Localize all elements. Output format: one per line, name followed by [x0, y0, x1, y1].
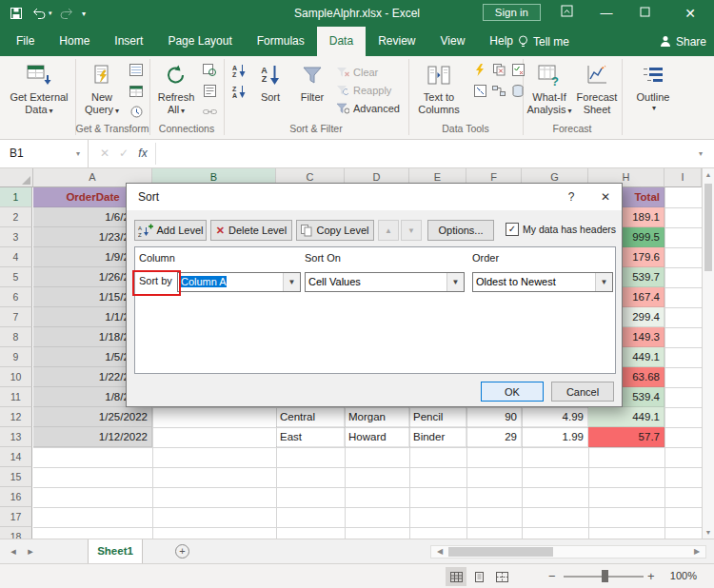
- row-header-1[interactable]: 1: [0, 187, 32, 207]
- horizontal-scrollbar[interactable]: ◀ ▶: [430, 545, 706, 559]
- clear-filter-button[interactable]: Clear: [336, 64, 378, 81]
- tab-review[interactable]: Review: [366, 27, 427, 56]
- row-header-8[interactable]: 8: [0, 327, 32, 347]
- zoom-slider-thumb[interactable]: [602, 570, 608, 582]
- cell-A12[interactable]: 1/25/2022: [33, 407, 152, 427]
- cell-D12[interactable]: Morgan: [345, 407, 409, 427]
- name-box-dropdown-icon[interactable]: ▾: [76, 140, 80, 167]
- row-header-18[interactable]: 18: [0, 527, 32, 539]
- tab-insert[interactable]: Insert: [102, 27, 155, 56]
- row-header-9[interactable]: 9: [0, 347, 32, 367]
- dialog-help-button[interactable]: ?: [559, 187, 584, 206]
- scroll-up-icon[interactable]: ▲: [703, 171, 714, 178]
- scroll-left-icon[interactable]: ◀: [433, 546, 446, 558]
- outline-button[interactable]: Outline▾: [628, 58, 678, 134]
- previous-sheet-icon[interactable]: ◂: [6, 539, 21, 563]
- copy-level-button[interactable]: Copy Level: [296, 220, 374, 241]
- scroll-down-icon[interactable]: ▼: [703, 529, 714, 536]
- delete-level-button[interactable]: ✕ Delete Level: [210, 220, 292, 241]
- what-if-analysis-button[interactable]: ? What-If Analysis▾: [526, 58, 572, 116]
- show-queries-button[interactable]: [127, 61, 146, 79]
- remove-duplicates-button[interactable]: [489, 61, 508, 79]
- cell-H13[interactable]: 57.7: [588, 427, 664, 447]
- cell-F12[interactable]: 90: [466, 407, 522, 427]
- get-external-data-button[interactable]: Get External Data▾: [6, 58, 72, 134]
- chevron-down-icon[interactable]: ▼: [595, 273, 612, 291]
- page-layout-view-button[interactable]: [468, 567, 489, 586]
- row-header-2[interactable]: 2: [0, 207, 32, 227]
- maximize-button[interactable]: [630, 0, 659, 27]
- row-header-6[interactable]: 6: [0, 287, 32, 307]
- zoom-level[interactable]: 100%: [661, 564, 697, 588]
- minimize-button[interactable]: —: [592, 0, 621, 27]
- vertical-scrollbar[interactable]: ▲ ▼: [702, 168, 714, 539]
- connections-button[interactable]: [200, 61, 219, 79]
- scroll-right-icon[interactable]: ▶: [690, 546, 704, 558]
- reapply-button[interactable]: Reapply: [336, 82, 391, 99]
- redo-button[interactable]: [59, 0, 73, 27]
- sort-on-dropdown[interactable]: Cell Values ▼: [305, 272, 465, 292]
- tab-home[interactable]: Home: [47, 27, 102, 56]
- cell-E12[interactable]: Pencil: [409, 407, 466, 427]
- data-validation-button[interactable]: [508, 61, 527, 79]
- tab-page-layout[interactable]: Page Layout: [155, 27, 244, 56]
- insert-function-button[interactable]: fx: [133, 140, 152, 167]
- dialog-close-button[interactable]: ✕: [593, 187, 618, 206]
- relationships-button[interactable]: [489, 82, 508, 100]
- refresh-all-button[interactable]: Refresh All▾: [154, 58, 198, 116]
- formula-bar-expand-icon[interactable]: ▾: [691, 140, 710, 167]
- manage-data-model-button[interactable]: [508, 82, 527, 100]
- properties-button[interactable]: [200, 82, 219, 100]
- cell-C13[interactable]: East: [276, 427, 345, 447]
- row-header-11[interactable]: 11: [0, 387, 32, 407]
- tab-file[interactable]: File: [4, 27, 47, 56]
- confirm-entry-button[interactable]: ✓: [114, 140, 133, 167]
- close-button[interactable]: ✕: [676, 0, 704, 27]
- name-box[interactable]: B1 ▾: [0, 140, 89, 167]
- add-level-button[interactable]: AZ Add Level: [134, 220, 207, 241]
- zoom-out-button[interactable]: −: [548, 564, 556, 588]
- consolidate-button[interactable]: [470, 82, 489, 100]
- sort-descending-button[interactable]: ZA: [229, 83, 248, 101]
- tell-me-box[interactable]: Tell me: [518, 27, 569, 56]
- tab-formulas[interactable]: Formulas: [245, 27, 317, 56]
- sort-ascending-button[interactable]: AZ: [229, 62, 248, 80]
- horizontal-scrollbar-thumb[interactable]: [448, 547, 553, 557]
- from-table-button[interactable]: [127, 82, 146, 100]
- tab-view[interactable]: View: [428, 27, 478, 56]
- cell-A13[interactable]: 1/12/2022: [33, 427, 152, 447]
- cell-F13[interactable]: 29: [466, 427, 522, 447]
- row-header-5[interactable]: 5: [0, 267, 32, 287]
- ok-button[interactable]: OK: [481, 382, 544, 402]
- cell-H12[interactable]: 449.1: [588, 407, 664, 427]
- share-button[interactable]: Share: [660, 27, 706, 56]
- filter-button[interactable]: Filter: [293, 58, 331, 104]
- qat-customize-button[interactable]: ▾: [82, 0, 86, 27]
- row-header-14[interactable]: 14: [0, 447, 32, 467]
- row-header-16[interactable]: 16: [0, 487, 32, 507]
- row-header-3[interactable]: 3: [0, 227, 32, 247]
- row-header-13[interactable]: 13: [0, 427, 32, 447]
- cell-G13[interactable]: 1.99: [522, 427, 588, 447]
- undo-button[interactable]: ▾: [32, 0, 52, 27]
- chevron-down-icon[interactable]: ▼: [446, 273, 464, 291]
- cell-D13[interactable]: Howard: [345, 427, 409, 447]
- sort-dialog-titlebar[interactable]: [127, 184, 622, 210]
- row-header-17[interactable]: 17: [0, 507, 32, 527]
- options-button[interactable]: Options...: [427, 220, 494, 241]
- row-header-4[interactable]: 4: [0, 247, 32, 267]
- edit-links-button[interactable]: [200, 103, 219, 121]
- forecast-sheet-button[interactable]: Forecast Sheet: [575, 58, 619, 116]
- cancel-button[interactable]: Cancel: [551, 382, 614, 402]
- cell-G12[interactable]: 4.99: [522, 407, 588, 427]
- next-sheet-icon[interactable]: ▸: [23, 539, 38, 563]
- my-data-has-headers-checkbox[interactable]: ✓ My data has headers: [506, 223, 616, 236]
- vertical-scrollbar-thumb[interactable]: [704, 184, 712, 271]
- row-header-10[interactable]: 10: [0, 367, 32, 387]
- chevron-down-icon[interactable]: ▼: [283, 273, 300, 291]
- flash-fill-button[interactable]: [470, 61, 489, 79]
- sort-order-dropdown[interactable]: Oldest to Newest ▼: [472, 272, 613, 292]
- normal-view-button[interactable]: [446, 567, 466, 586]
- new-query-button[interactable]: New Query▾: [80, 58, 124, 116]
- select-all-corner[interactable]: [0, 168, 33, 187]
